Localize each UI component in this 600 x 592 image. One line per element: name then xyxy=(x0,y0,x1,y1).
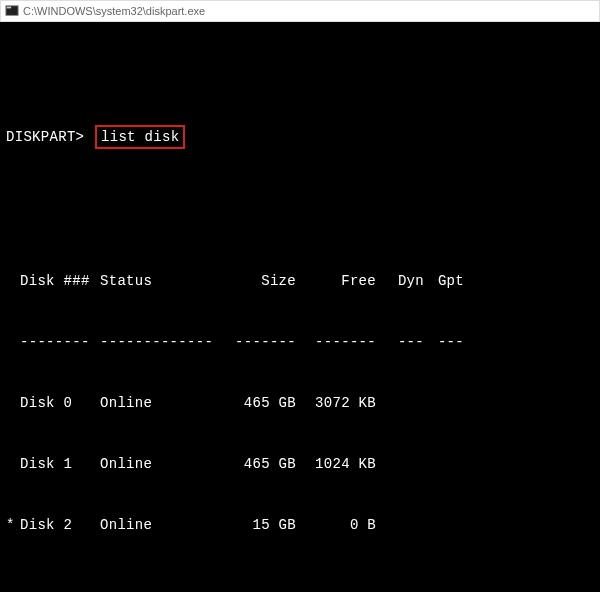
svg-rect-1 xyxy=(7,7,11,9)
col-dyn: Dyn xyxy=(380,271,424,291)
col-disk: Disk ### xyxy=(20,271,100,291)
col-size: Size xyxy=(230,271,300,291)
prompt: DISKPART> xyxy=(6,129,84,145)
window-titlebar[interactable]: C:\WINDOWS\system32\diskpart.exe xyxy=(0,0,600,22)
table-row: Disk 1 Online 465 GB 1024 KB xyxy=(6,454,594,474)
table-row: * Disk 2 Online 15 GB 0 B xyxy=(6,515,594,535)
terminal-output[interactable]: DISKPART> list disk Disk ### Status Size… xyxy=(0,22,600,592)
col-free: Free xyxy=(300,271,380,291)
command-list-disk: list disk xyxy=(95,125,185,149)
app-icon xyxy=(5,4,19,18)
col-gpt: Gpt xyxy=(424,271,464,291)
window-title: C:\WINDOWS\system32\diskpart.exe xyxy=(23,5,205,17)
disk-table-divider: -------- ------------- ------- ------- -… xyxy=(6,332,594,352)
table-row: Disk 0 Online 465 GB 3072 KB xyxy=(6,393,594,413)
disk-table-header: Disk ### Status Size Free Dyn Gpt xyxy=(6,271,594,291)
col-status: Status xyxy=(100,271,230,291)
